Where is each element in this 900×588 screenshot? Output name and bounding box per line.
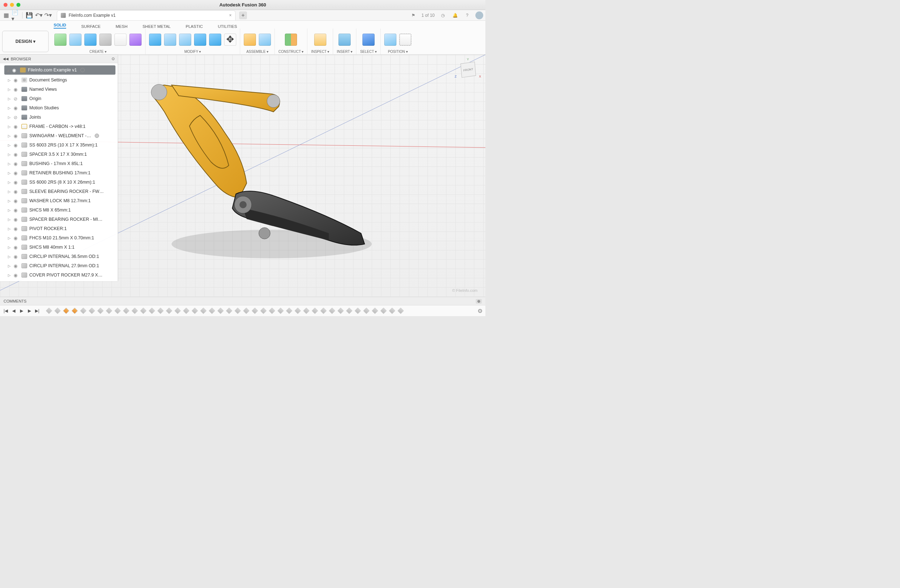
timeline-feature-icon[interactable]	[329, 308, 335, 314]
visibility-icon[interactable]: ⊘	[14, 96, 19, 101]
timeline-feature-icon[interactable]	[363, 308, 369, 314]
chamfer-icon[interactable]	[179, 34, 191, 46]
expand-icon[interactable]: ▷	[8, 273, 11, 277]
position-capture-icon[interactable]	[384, 34, 396, 46]
timeline-play-icon[interactable]: ▶	[19, 308, 24, 314]
tree-item[interactable]: ▷◉SHCS M8 X 65mm:1	[3, 206, 117, 215]
timeline-feature-icon[interactable]	[192, 308, 198, 314]
timeline-feature-icon[interactable]	[174, 308, 181, 314]
group-select-label[interactable]: SELECT ▾	[360, 50, 377, 54]
timeline-feature-icon[interactable]	[389, 308, 395, 314]
visibility-icon[interactable]: ◉	[14, 179, 19, 185]
visibility-icon[interactable]: ◉	[14, 272, 19, 278]
visibility-icon[interactable]: ◉	[14, 142, 19, 148]
close-tab-icon[interactable]: ×	[229, 13, 231, 18]
tree-item[interactable]: ▷◉SS 6003 2RS (10 X 17 X 35mm):1	[3, 141, 117, 150]
expand-icon[interactable]: ▷	[8, 190, 11, 193]
expand-icon[interactable]: ▷	[8, 264, 11, 268]
visibility-icon[interactable]: ◉	[12, 68, 18, 73]
timeline-settings-icon[interactable]: ⚙	[478, 308, 483, 314]
job-status-icon[interactable]: ◷	[439, 11, 447, 19]
tree-item[interactable]: ▷◉COVER PIVOT ROCKER M27.9 X…	[3, 271, 117, 280]
tree-item[interactable]: ▷◉SHCS M8 40mm X 1:1	[3, 243, 117, 252]
sketch-icon[interactable]	[54, 34, 67, 46]
visibility-icon[interactable]: ◉	[14, 189, 19, 194]
timeline-feature-icon[interactable]	[380, 308, 387, 314]
timeline-feature-icon[interactable]	[226, 308, 232, 314]
visibility-icon[interactable]: ◉	[14, 254, 19, 259]
group-modify-label[interactable]: MODIFY ▾	[185, 50, 201, 54]
timeline-feature-icon[interactable]	[277, 308, 284, 314]
group-inspect-label[interactable]: INSPECT ▾	[311, 50, 329, 54]
tree-item[interactable]: ▷◉SS 6000 2RS (8 X 10 X 26mm):1	[3, 178, 117, 187]
close-window-icon[interactable]	[3, 3, 8, 7]
timeline-feature-icon[interactable]	[157, 308, 164, 314]
visibility-icon[interactable]: ◉	[14, 170, 19, 176]
move-icon[interactable]: ✥	[224, 34, 236, 46]
expand-icon[interactable]: ▷	[8, 236, 11, 240]
tab-solid[interactable]: SOLID	[54, 23, 66, 29]
measure-icon[interactable]	[314, 34, 326, 46]
visibility-icon[interactable]: ◉	[14, 263, 19, 269]
tree-item[interactable]: ▷◉SLEEVE BEARING ROCKER - FW…	[3, 187, 117, 196]
visibility-icon[interactable]: ◉	[14, 87, 19, 92]
expand-icon[interactable]: ◢	[6, 68, 10, 72]
timeline-feature-icon[interactable]	[132, 308, 138, 314]
tree-item[interactable]: ▷◉CIRCLIP INTERNAL 27.9mm OD:1	[3, 261, 117, 271]
timeline-feature-icon[interactable]	[46, 308, 52, 314]
timeline-feature-icon[interactable]	[346, 308, 352, 314]
tree-item[interactable]: ▷◉FRAME - CARBON -> v48:1	[3, 122, 117, 131]
visibility-icon[interactable]: ◉	[14, 161, 19, 167]
timeline-feature-icon[interactable]	[106, 308, 112, 314]
visibility-icon[interactable]: ◉	[14, 217, 19, 222]
timeline-end-icon[interactable]: ▶|	[34, 308, 40, 314]
group-create-label[interactable]: CREATE ▾	[89, 50, 107, 54]
browser-header[interactable]: ◀◀ BROWSER ⊙	[0, 55, 118, 63]
tree-item[interactable]: ▷◉PIVOT ROCKER:1	[3, 224, 117, 233]
expand-icon[interactable]: ▷	[8, 255, 11, 258]
expand-icon[interactable]: ▷	[8, 125, 11, 128]
timeline-feature-icon[interactable]	[397, 308, 404, 314]
timeline-feature-icon[interactable]	[312, 308, 318, 314]
timeline-feature-icon[interactable]	[251, 308, 258, 314]
group-insert-label[interactable]: INSERT ▾	[337, 50, 352, 54]
apps-icon[interactable]: ▦	[2, 11, 10, 19]
tree-item[interactable]: ▷◉FHCS M10 21.5mm X 0.70mm:1	[3, 233, 117, 243]
user-avatar[interactable]	[475, 11, 483, 19]
tree-item[interactable]: ▷◉SPACER BEARING ROCKER - MI…	[3, 215, 117, 224]
save-icon[interactable]: 💾	[25, 11, 33, 19]
tree-root[interactable]: ◢ ◉ FileInfo.com Example v1	[4, 65, 115, 75]
activate-radio[interactable]	[81, 68, 85, 72]
group-assemble-label[interactable]: ASSEMBLE ▾	[246, 50, 268, 54]
tab-sheet-metal[interactable]: SHEET METAL	[143, 24, 171, 29]
timeline-start-icon[interactable]: |◀	[3, 308, 9, 314]
timeline-feature-icon[interactable]	[80, 308, 87, 314]
timeline-prev-icon[interactable]: ◀	[11, 308, 16, 314]
expand-icon[interactable]: ▷	[8, 162, 11, 166]
workspace-selector[interactable]: DESIGN ▾	[2, 31, 49, 52]
view-cube[interactable]: FRONT Y X Z	[458, 59, 479, 80]
timeline-feature-icon[interactable]	[269, 308, 275, 314]
expand-icon[interactable]: ▷	[8, 171, 11, 175]
visibility-icon[interactable]: ◉	[14, 133, 19, 139]
timeline-feature-icon[interactable]	[88, 308, 95, 314]
timeline-feature-icon[interactable]	[149, 308, 155, 314]
browser-options-icon[interactable]: ⊙	[112, 56, 115, 61]
tree-item[interactable]: ▷◉Motion Studies	[3, 103, 117, 113]
position-revert-icon[interactable]	[399, 34, 411, 46]
add-comment-icon[interactable]: ⊕	[476, 299, 482, 304]
expand-icon[interactable]: ▷	[8, 78, 11, 82]
tab-plastic[interactable]: PLASTIC	[186, 24, 203, 29]
tree-item[interactable]: ▷⊘Joints	[3, 113, 117, 122]
tree-item[interactable]: ▷◉SPACER 3.5 X 17 X 30mm:1	[3, 150, 117, 159]
decal-icon[interactable]	[338, 34, 351, 46]
expand-icon[interactable]: ▷	[8, 134, 11, 138]
joint-icon[interactable]	[259, 34, 271, 46]
group-construct-label[interactable]: CONSTRUCT ▾	[278, 50, 303, 54]
timeline-feature-icon[interactable]	[209, 308, 215, 314]
file-menu-icon[interactable]: 📄▾	[11, 11, 19, 19]
tree-item[interactable]: ▷◉RETAINER BUSHING 17mm:1	[3, 168, 117, 178]
expand-icon[interactable]: ▷	[8, 153, 11, 156]
expand-icon[interactable]: ▷	[8, 208, 11, 212]
visibility-icon[interactable]: ◉	[14, 207, 19, 213]
